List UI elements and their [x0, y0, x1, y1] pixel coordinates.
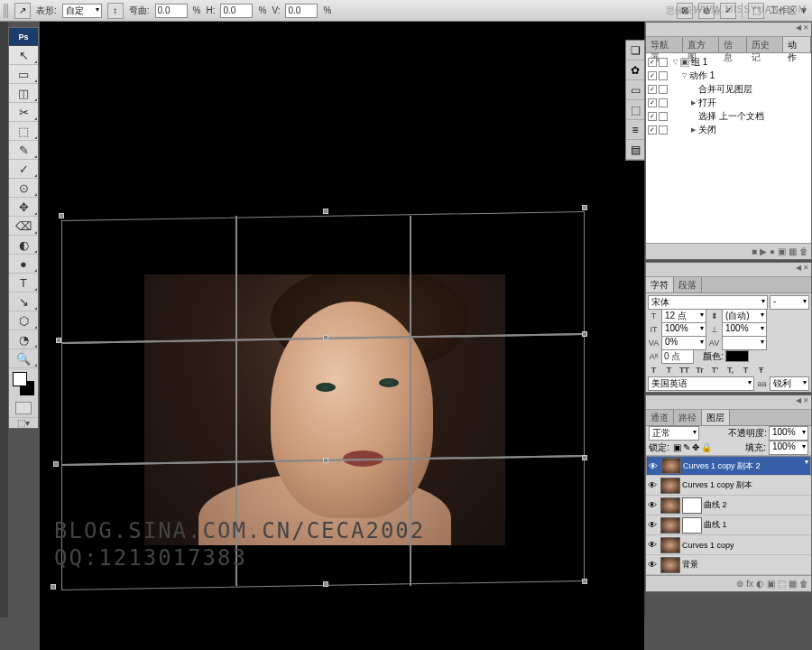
- foreground-swatch[interactable]: [13, 372, 27, 386]
- collapsed-panel-icon[interactable]: ≡: [626, 120, 644, 140]
- transform-handle[interactable]: [323, 458, 328, 463]
- dialog-icon[interactable]: [659, 71, 668, 80]
- layer-thumb[interactable]: [661, 458, 681, 474]
- textcolor-swatch[interactable]: [725, 350, 749, 362]
- screenmode-button[interactable]: ⬚▾: [9, 417, 38, 428]
- tab-图层[interactable]: 图层: [702, 410, 730, 425]
- tool-1[interactable]: ▭: [9, 65, 38, 84]
- tool-12[interactable]: T: [9, 274, 38, 292]
- quickmask-toggle[interactable]: [9, 399, 38, 417]
- visibility-icon[interactable]: 👁: [648, 560, 659, 570]
- layer-name[interactable]: 曲线 2: [704, 499, 809, 511]
- font-select[interactable]: 宋体: [648, 295, 768, 310]
- blendmode-select[interactable]: 正常: [649, 426, 699, 441]
- check-icon[interactable]: ✓: [648, 125, 657, 135]
- dialog-icon[interactable]: [659, 58, 668, 67]
- panel-header[interactable]: [646, 395, 811, 410]
- footer-button[interactable]: ▦: [789, 246, 797, 256]
- layer-row[interactable]: 👁曲线 2: [646, 496, 811, 515]
- v-input[interactable]: [285, 4, 318, 18]
- footer-button[interactable]: 🗑: [799, 579, 808, 589]
- shape-select[interactable]: 自定: [62, 4, 102, 18]
- footer-button[interactable]: ⊕: [736, 579, 743, 589]
- footer-button[interactable]: ▣: [767, 579, 775, 589]
- tool-16[interactable]: 🔍: [9, 349, 38, 368]
- check-icon[interactable]: ✓: [648, 98, 657, 107]
- tool-10[interactable]: ◐: [9, 236, 38, 255]
- expand-icon[interactable]: ▽: [680, 72, 687, 79]
- layer-thumb[interactable]: [660, 557, 680, 573]
- transform-handle[interactable]: [582, 205, 587, 210]
- textstyle-button[interactable]: T: [740, 364, 752, 376]
- transform-handle[interactable]: [59, 213, 64, 218]
- lock-button[interactable]: ▣: [673, 442, 681, 452]
- dialog-icon[interactable]: [659, 125, 668, 135]
- footer-button[interactable]: fx: [746, 579, 753, 589]
- antialias-select[interactable]: 锐利: [770, 376, 809, 391]
- dialog-icon[interactable]: [659, 85, 668, 94]
- check-icon[interactable]: ✓: [648, 58, 657, 67]
- collapsed-panel-icon[interactable]: ⬚: [626, 100, 644, 120]
- layer-name[interactable]: Curves 1 copy 副本 2: [683, 460, 808, 472]
- canvas-area[interactable]: BLOG.SINA.COM.CN/CECA2002 QQ:1213017383: [40, 22, 644, 650]
- visibility-icon[interactable]: 👁: [648, 500, 659, 510]
- tab-直方图[interactable]: 直方图: [683, 37, 720, 52]
- layer-row[interactable]: 👁曲线 1: [646, 515, 811, 535]
- tool-2[interactable]: ◫: [9, 84, 38, 103]
- footer-button[interactable]: ◐: [756, 579, 764, 589]
- textstyle-button[interactable]: Tr: [694, 364, 706, 376]
- vscale-input[interactable]: 100%: [661, 322, 706, 337]
- transform-handle[interactable]: [323, 581, 328, 587]
- tool-7[interactable]: ⊙: [9, 179, 38, 198]
- fontsize-select[interactable]: 12 点: [661, 309, 706, 323]
- tool-5[interactable]: ✎: [9, 141, 38, 160]
- footer-button[interactable]: ▶: [760, 246, 767, 256]
- baseline-input[interactable]: [661, 349, 694, 364]
- action-row[interactable]: ✓选择 上一个文档: [648, 109, 809, 123]
- tab-动作[interactable]: 动作: [783, 37, 811, 52]
- action-row[interactable]: ✓合并可见图层: [648, 82, 809, 96]
- leading-select[interactable]: (自动): [722, 309, 767, 323]
- footer-button[interactable]: ●: [770, 246, 775, 256]
- action-row[interactable]: ✓▶打开: [648, 96, 809, 109]
- panel-header[interactable]: [646, 23, 811, 37]
- tool-11[interactable]: ●: [9, 255, 38, 274]
- panel-header[interactable]: [646, 263, 811, 277]
- expand-icon[interactable]: ▶: [689, 99, 697, 107]
- collapsed-panel-icon[interactable]: ▭: [626, 80, 644, 100]
- tool-0[interactable]: ↖: [9, 46, 38, 65]
- footer-button[interactable]: ⬚: [778, 579, 786, 589]
- layer-name[interactable]: 背景: [682, 559, 809, 571]
- tool-9[interactable]: ⌫: [9, 217, 38, 236]
- textstyle-button[interactable]: T': [709, 364, 721, 376]
- check-icon[interactable]: ✓: [648, 112, 657, 121]
- tab-段落[interactable]: 段落: [674, 277, 702, 292]
- tool-13[interactable]: ↘: [9, 292, 38, 311]
- mask-thumb[interactable]: [682, 517, 702, 534]
- grip[interactable]: [4, 4, 9, 18]
- tool-8[interactable]: ✥: [9, 198, 38, 217]
- collapsed-panel-icon[interactable]: ✿: [626, 60, 644, 80]
- language-select[interactable]: 美国英语: [648, 376, 754, 391]
- layer-row[interactable]: 👁Curves 1 copy: [646, 535, 811, 555]
- bend-input[interactable]: [155, 4, 188, 18]
- transform-handle[interactable]: [51, 584, 56, 590]
- textstyle-button[interactable]: T: [663, 364, 675, 376]
- check-icon[interactable]: ✓: [648, 85, 657, 94]
- transform-handle[interactable]: [582, 455, 587, 460]
- layer-thumb[interactable]: [660, 478, 680, 494]
- lock-button[interactable]: ✎: [683, 442, 690, 452]
- lock-button[interactable]: ✥: [692, 442, 699, 452]
- visibility-icon[interactable]: 👁: [648, 540, 659, 550]
- action-row[interactable]: ✓▽动作 1: [648, 69, 809, 82]
- tool-14[interactable]: ⬡: [9, 311, 38, 330]
- kerning-select[interactable]: [722, 336, 767, 350]
- layer-thumb[interactable]: [660, 517, 680, 534]
- color-swatches[interactable]: [11, 370, 36, 397]
- textstyle-button[interactable]: T: [648, 364, 660, 376]
- footer-button[interactable]: 🗑: [799, 246, 808, 256]
- dialog-icon[interactable]: [659, 112, 668, 121]
- expand-icon[interactable]: ▶: [689, 126, 697, 134]
- transform-handle[interactable]: [582, 331, 587, 337]
- transform-handle[interactable]: [323, 209, 328, 214]
